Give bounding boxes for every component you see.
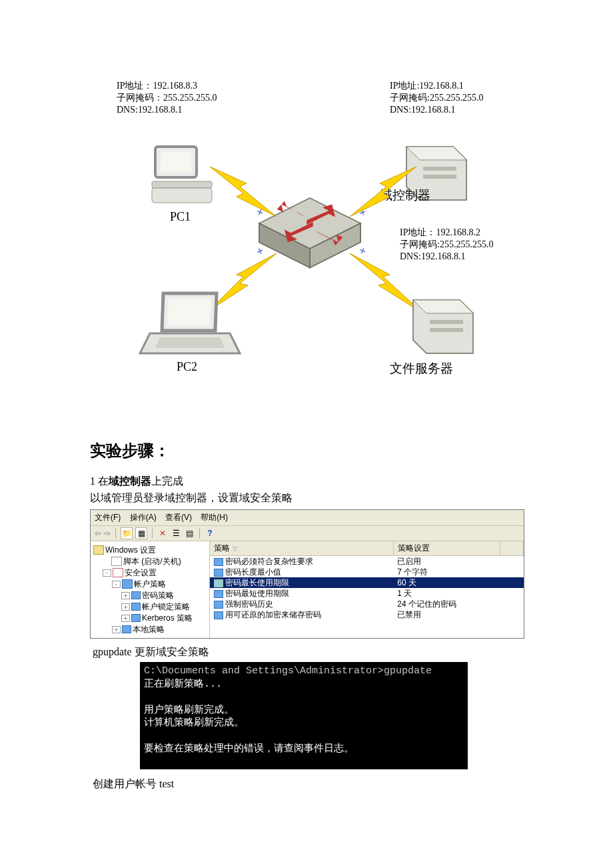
- step1-line1: 1 在域控制器上完成: [90, 475, 523, 489]
- menu-file[interactable]: 文件(F): [95, 513, 121, 522]
- policy-row[interactable]: 密码最短使用期限1 天: [210, 588, 524, 599]
- fs-info: IP地址：192.168.8.2子网掩码:255.255.255.0DNS:19…: [400, 227, 493, 263]
- gpupdate-caption: gpupdate 更新域安全策略: [93, 645, 523, 659]
- menu-action[interactable]: 操作(A): [130, 513, 157, 522]
- pc2-device: [137, 287, 243, 369]
- export-icon[interactable]: ▤: [184, 528, 195, 539]
- tree-lockout[interactable]: +帐户锁定策略: [93, 601, 207, 612]
- tree-root[interactable]: Windows 设置: [93, 545, 207, 555]
- policy-row[interactable]: 密码必须符合复杂性要求已启用: [210, 556, 524, 567]
- tree-security[interactable]: -安全设置: [93, 567, 207, 578]
- col-setting[interactable]: 策略设置: [393, 541, 500, 556]
- policy-row[interactable]: 用可还原的加密来储存密码已禁用: [210, 609, 524, 620]
- tree-scripts[interactable]: 脚本 (启动/关机): [93, 556, 207, 567]
- svg-rect-25: [430, 320, 463, 324]
- step1-line2: 以域管理员登录域控制器，设置域安全策略: [90, 491, 523, 505]
- pc1-label: PC1: [170, 210, 191, 224]
- svg-rect-3: [152, 188, 212, 203]
- policy-row[interactable]: 密码最长使用期限60 天: [210, 577, 524, 588]
- svg-marker-20: [167, 299, 211, 325]
- network-diagram: IP地址：192.168.8.3子网掩码：255.255.255.0DNS:19…: [90, 80, 523, 413]
- menu-view[interactable]: 查看(V): [165, 513, 192, 522]
- cmd-console: C:\Documents and Settings\Administrator>…: [140, 662, 468, 769]
- pc2-label: PC2: [177, 360, 197, 374]
- create-user-caption: 创建用户帐号 test: [93, 777, 523, 791]
- section-title: 实验步骤：: [90, 440, 523, 461]
- forward-icon[interactable]: ⇨: [104, 529, 111, 538]
- help-icon[interactable]: ?: [205, 528, 215, 539]
- toolbar: ⇦ ⇨ 📁 ▦ ✕ ☰ ▤ ?: [91, 526, 524, 541]
- svg-rect-1: [161, 152, 191, 172]
- policy-list[interactable]: 策略▽ 策略设置 密码必须符合复杂性要求已启用密码长度最小值7 个字符密码最长使…: [210, 541, 524, 638]
- svg-rect-6: [423, 167, 456, 171]
- col-policy[interactable]: 策略▽: [210, 541, 393, 556]
- back-icon[interactable]: ⇦: [95, 529, 101, 538]
- pc1-info: IP地址：192.168.8.3子网掩码：255.255.255.0DNS:19…: [117, 80, 217, 117]
- show-icon[interactable]: ▦: [135, 527, 147, 539]
- tree-account[interactable]: -帐户策略: [93, 579, 207, 589]
- delete-icon[interactable]: ✕: [157, 528, 168, 539]
- up-icon[interactable]: 📁: [121, 527, 133, 539]
- svg-rect-2: [152, 181, 212, 188]
- tree-pane[interactable]: Windows 设置 脚本 (启动/关机) -安全设置 -帐户策略 +密码策略 …: [91, 541, 210, 638]
- tree-password[interactable]: +密码策略: [93, 590, 207, 601]
- policy-row[interactable]: 密码长度最小值7 个字符: [210, 567, 524, 577]
- policy-row[interactable]: 强制密码历史24 个记住的密码: [210, 599, 524, 609]
- fs-label: 文件服务器: [390, 360, 453, 377]
- svg-rect-26: [430, 328, 463, 332]
- properties-icon[interactable]: ☰: [171, 528, 181, 539]
- menubar[interactable]: 文件(F) 操作(A) 查看(V) 帮助(H): [91, 510, 524, 526]
- switch-device: [247, 185, 373, 277]
- dc-info: IP地址:192.168.8.1子网掩码:255.255.255.0DNS:19…: [390, 80, 483, 117]
- gpedit-window: 文件(F) 操作(A) 查看(V) 帮助(H) ⇦ ⇨ 📁 ▦ ✕ ☰ ▤ ? …: [90, 509, 524, 639]
- tree-local[interactable]: +本地策略: [93, 624, 207, 635]
- svg-rect-7: [423, 175, 456, 179]
- fs-device: [393, 287, 486, 369]
- tree-kerberos[interactable]: +Kerberos 策略: [93, 613, 207, 623]
- dc-label: 域控制器: [380, 187, 430, 204]
- menu-help[interactable]: 帮助(H): [201, 513, 228, 522]
- svg-marker-22: [155, 337, 225, 348]
